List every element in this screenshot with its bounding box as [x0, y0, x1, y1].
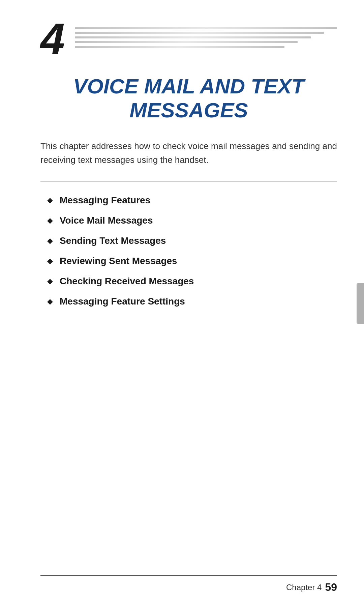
toc-label-5: Checking Received Messages [60, 276, 194, 287]
chapter-title-section: VOICE MAIL AND TEXT MESSAGES [40, 74, 337, 122]
list-item: ◆ Sending Text Messages [47, 235, 337, 246]
bullet-icon-1: ◆ [47, 197, 53, 204]
list-item: ◆ Checking Received Messages [47, 276, 337, 287]
bullet-icon-2: ◆ [47, 217, 53, 224]
list-item: ◆ Voice Mail Messages [47, 215, 337, 226]
toc-label-2: Voice Mail Messages [60, 215, 153, 226]
bullet-icon-3: ◆ [47, 237, 53, 244]
chapter-number: 4 [40, 17, 65, 61]
scrollbar-indicator[interactable] [357, 283, 364, 324]
footer: Chapter 4 59 [40, 575, 337, 594]
bullet-icon-4: ◆ [47, 257, 53, 265]
toc-label-3: Sending Text Messages [60, 235, 166, 246]
toc-label-4: Reviewing Sent Messages [60, 256, 177, 266]
chapter-description: This chapter addresses how to check voic… [40, 139, 337, 167]
toc-label-1: Messaging Features [60, 195, 150, 206]
list-item: ◆ Messaging Features [47, 195, 337, 206]
bullet-icon-5: ◆ [47, 278, 53, 285]
chapter-header: 4 [40, 20, 337, 61]
toc-label-6: Messaging Feature Settings [60, 296, 185, 307]
footer-page-number: 59 [325, 581, 337, 594]
header-line-2 [75, 32, 324, 34]
header-line-1 [75, 27, 337, 29]
chapter-title: VOICE MAIL AND TEXT MESSAGES [40, 74, 337, 122]
decorative-lines [75, 27, 337, 48]
chapter-title-line2: MESSAGES [129, 98, 248, 122]
list-item: ◆ Messaging Feature Settings [47, 296, 337, 307]
header-line-3 [75, 36, 311, 38]
header-line-4 [75, 41, 298, 43]
bullet-icon-6: ◆ [47, 298, 53, 305]
list-item: ◆ Reviewing Sent Messages [47, 256, 337, 266]
chapter-title-line1: VOICE MAIL AND TEXT [73, 75, 304, 98]
header-line-5 [75, 46, 284, 48]
page-container: 4 VOICE MAIL AND TEXT MESSAGES This chap… [0, 0, 364, 607]
toc-list: ◆ Messaging Features ◆ Voice Mail Messag… [47, 195, 337, 307]
footer-chapter-label: Chapter 4 [286, 583, 322, 592]
top-divider [40, 181, 337, 181]
